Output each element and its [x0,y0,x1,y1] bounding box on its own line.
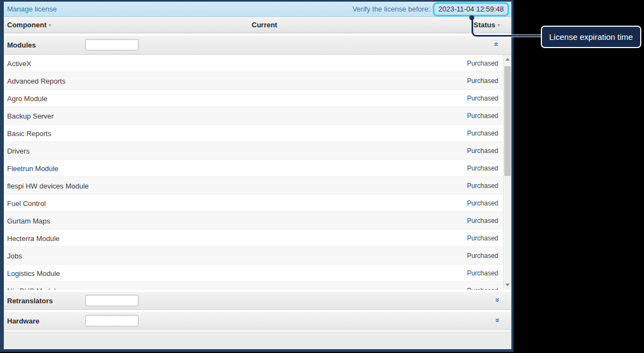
status-value: Purchased [467,252,498,260]
collapse-chevron-icon[interactable]: « [493,40,500,48]
component-name: Agro Module [7,94,47,102]
table-row: Gurtam MapsPurchased [4,212,503,230]
component-name: Drivers [7,146,29,155]
table-row: NimBUS ModulePurchased [4,282,503,290]
table-row: flespi HW devices ModulePurchased [4,177,503,195]
status-value: Purchased [467,130,498,137]
component-name: Advanced Reports [7,77,65,85]
status-value: Purchased [467,269,498,277]
status-value: Purchased [467,60,498,67]
component-name: Gurtam Maps [7,216,50,225]
current-header-label: Current [252,21,277,29]
table-row: ActiveXPurchased [4,55,503,72]
group-label-retranslators: Retranslators [7,297,53,305]
vertical-scrollbar[interactable] [503,55,511,290]
component-name: Basic Reports [7,129,51,137]
status-value: Purchased [467,164,498,172]
status-value: Purchased [467,147,498,155]
component-name: Hecterra Module [7,234,59,242]
annotation-callout: License expiration time [541,26,641,48]
sort-arrow-icon: ▾ [49,22,51,28]
dialog-titlebar: Manage license Verify the license before… [4,2,511,17]
status-value: Purchased [467,287,498,290]
license-expiration-date: 2023-11-04 12:59:48 [433,2,509,16]
hardware-filter-input[interactable] [85,315,139,327]
group-row-modules: Modules « [4,35,511,55]
retranslators-filter-input[interactable] [85,295,139,307]
component-header-label: Component [7,21,46,29]
scrollbar-thumb[interactable] [504,66,511,176]
component-name: Logistics Module [7,269,60,277]
table-row: Hecterra ModulePurchased [4,230,503,247]
table-row: Fleetrun ModulePurchased [4,160,503,177]
table-row: JobsPurchased [4,247,503,264]
modules-scroll-area: ActiveXPurchasedAdvanced ReportsPurchase… [4,55,511,290]
expand-chevron-icon[interactable]: « [493,316,500,324]
annotation-label: License expiration time [549,32,633,42]
scroll-down-button[interactable] [504,281,511,290]
component-name: Fleetrun Module [7,164,58,172]
table-header-row: Component▾ Current Status▾ [4,17,511,33]
column-header-component[interactable]: Component▾ [7,21,51,29]
group-label-modules: Modules [7,41,36,49]
table-row: Backup ServerPurchased [4,107,503,125]
status-value: Purchased [467,199,498,207]
component-name: flespi HW devices Module [7,181,89,190]
component-name: Fuel Control [7,199,46,207]
module-rows: ActiveXPurchasedAdvanced ReportsPurchase… [4,55,503,290]
table-row: Fuel ControlPurchased [4,195,503,212]
dialog-footer [4,332,511,349]
component-name: NimBUS Module [7,286,59,290]
manage-license-dialog: Manage license Verify the license before… [0,0,514,352]
table-row: Advanced ReportsPurchased [4,72,503,90]
annotation-anchor-dot [469,15,474,20]
status-value: Purchased [467,217,498,225]
annotation-leader-line [472,19,541,37]
component-name: ActiveX [7,59,31,67]
dialog-title: Manage license [7,5,57,13]
status-value: Purchased [467,112,498,120]
status-value: Purchased [467,95,498,102]
column-header-current: Current [252,21,277,29]
table-row: Logistics ModulePurchased [4,264,503,282]
status-value: Purchased [467,234,498,242]
component-name: Backup Server [7,111,53,120]
expand-chevron-icon[interactable]: « [493,296,500,304]
group-row-retranslators: Retranslators « [4,291,511,310]
group-label-hardware: Hardware [7,317,39,325]
group-row-hardware: Hardware « [4,311,511,330]
scroll-up-button[interactable] [504,55,511,63]
table-row: DriversPurchased [4,142,503,160]
verify-before-label: Verify the license before: [353,5,430,13]
component-name: Jobs [7,251,22,260]
table-row: Agro ModulePurchased [4,90,503,107]
table-row: Basic ReportsPurchased [4,125,503,142]
status-value: Purchased [467,182,498,190]
status-value: Purchased [467,77,498,85]
modules-filter-input[interactable] [85,39,139,51]
